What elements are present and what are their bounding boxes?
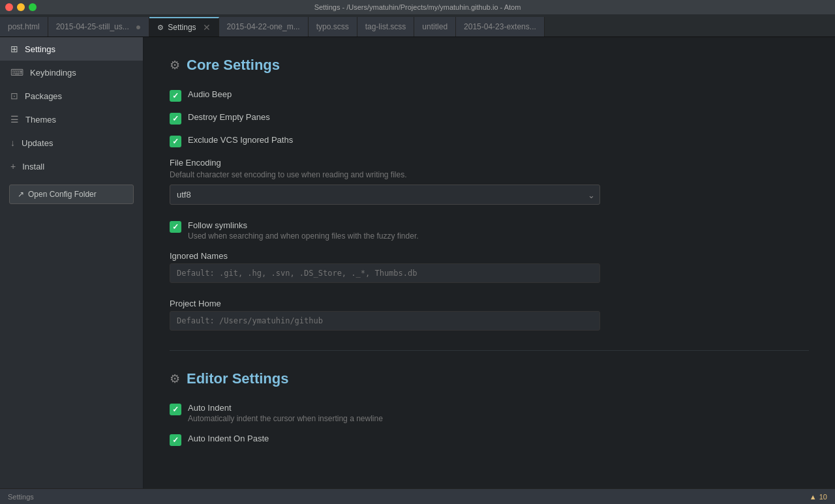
editor-settings-gear-icon: ⚙ [170,372,180,386]
auto-indent-paste-label: Auto Indent On Paste [188,434,269,443]
project-home-group: Project Home [170,299,809,331]
main-layout: ⊞ Settings ⌨ Keybindings ⊡ Packages ☰ Th… [0,37,835,488]
sidebar-item-label: Install [22,162,44,171]
core-settings-gear-icon: ⚙ [170,58,180,72]
open-folder-icon: ↗ [18,190,24,199]
tab-tag-list-scss[interactable]: tag-list.scss [357,17,415,37]
title-bar: Settings - /Users/ymatuhin/Projects/my/y… [0,0,835,14]
editor-settings-title: Editor Settings [187,370,288,387]
keybindings-icon: ⌨ [10,67,23,78]
audio-beep-row: Audio Beep [170,89,809,102]
tab-label: post.html [8,22,40,31]
tab-label: untitled [422,22,448,31]
sidebar-item-updates[interactable]: ↓ Updates [0,131,143,155]
settings-tab-icon: ⚙ [157,23,164,32]
exclude-vcs-checkbox[interactable] [170,136,181,147]
exclude-vcs-label: Exclude VCS Ignored Paths [188,135,293,145]
file-encoding-select-wrapper: utf8 utf16 latin1 ascii ⌄ [170,185,600,205]
warning-icon: ▲ [810,493,817,501]
status-text: Settings [8,493,34,501]
tab-typo-scss[interactable]: typo.scss [309,17,357,37]
window-controls [5,3,37,11]
tab-2015-04-23[interactable]: 2015-04-23-extens... [456,17,545,37]
tab-modified-dot: ● [136,22,141,32]
destroy-empty-panes-label: Destroy Empty Panes [188,112,270,122]
sidebar-item-settings[interactable]: ⊞ Settings [0,37,143,61]
minimize-button[interactable] [17,3,25,11]
content-area[interactable]: ⚙ Core Settings Audio Beep Destroy Empty… [144,37,835,488]
file-encoding-group: File Encoding Default character set enco… [170,158,809,205]
follow-symlinks-checkbox[interactable] [170,221,181,233]
maximize-button[interactable] [29,3,37,11]
destroy-empty-panes-row: Destroy Empty Panes [170,112,809,125]
auto-indent-row: Auto Indent Automatically indent the cur… [170,403,809,423]
tab-close-button[interactable]: ✕ [203,22,211,33]
tab-bar: post.html 2015-04-25-still_us... ● ⚙ Set… [0,14,835,37]
settings-icon: ⊞ [10,44,18,54]
tab-label: 2015-04-25-still_us... [56,22,129,31]
tab-post-html[interactable]: post.html [0,17,48,37]
destroy-empty-panes-checkbox[interactable] [170,113,181,125]
file-encoding-label: File Encoding [170,158,809,168]
sidebar-item-themes[interactable]: ☰ Themes [0,108,143,131]
file-encoding-desc: Default character set encoding to use wh… [170,170,809,179]
follow-symlinks-desc: Used when searching and when opening fil… [188,231,419,241]
audio-beep-checkbox[interactable] [170,90,181,102]
core-settings-title: Core Settings [187,57,280,74]
updates-icon: ↓ [10,138,15,148]
audio-beep-label: Audio Beep [188,89,232,99]
status-warning: ▲ 10 [810,493,827,501]
tab-label: Settings [168,23,196,32]
exclude-vcs-row: Exclude VCS Ignored Paths [170,135,809,147]
ignored-names-label: Ignored Names [170,251,809,261]
section-divider [170,350,809,351]
editor-settings-header: ⚙ Editor Settings [170,370,809,387]
open-config-folder-button[interactable]: ↗ Open Config Folder [9,185,134,204]
open-config-btn-label: Open Config Folder [28,190,97,199]
sidebar-item-keybindings[interactable]: ⌨ Keybindings [0,61,143,84]
title-bar-text: Settings - /Users/ymatuhin/Projects/my/y… [314,3,521,11]
ignored-names-input[interactable] [170,263,600,283]
install-icon: + [10,161,16,171]
auto-indent-label: Auto Indent [188,403,383,413]
ignored-names-group: Ignored Names [170,251,809,283]
packages-icon: ⊡ [10,91,18,101]
sidebar-item-label: Themes [25,115,56,125]
follow-symlinks-text: Follow symlinks Used when searching and … [188,220,419,241]
project-home-input[interactable] [170,311,600,331]
close-button[interactable] [5,3,13,11]
tab-2015-04-22[interactable]: 2015-04-22-one_m... [219,17,309,37]
tab-untitled[interactable]: untitled [414,17,456,37]
themes-icon: ☰ [10,114,19,125]
tab-label: tag-list.scss [365,22,406,31]
tab-label: 2015-04-22-one_m... [227,22,300,31]
auto-indent-desc: Automatically indent the cursor when ins… [188,414,383,423]
project-home-label: Project Home [170,299,809,308]
tab-label: 2015-04-23-extens... [464,22,536,31]
sidebar-item-label: Keybindings [30,68,76,78]
sidebar-item-packages[interactable]: ⊡ Packages [0,84,143,108]
sidebar-item-install[interactable]: + Install [0,155,143,178]
auto-indent-text: Auto Indent Automatically indent the cur… [188,403,383,423]
sidebar: ⊞ Settings ⌨ Keybindings ⊡ Packages ☰ Th… [0,37,144,488]
sidebar-item-label: Settings [25,44,55,54]
warning-count: 10 [819,493,827,501]
follow-symlinks-row: Follow symlinks Used when searching and … [170,220,809,241]
follow-symlinks-label: Follow symlinks [188,220,419,230]
tab-label: typo.scss [316,22,349,31]
sidebar-item-label: Packages [25,91,62,101]
status-bar: Settings ▲ 10 [0,488,835,504]
tab-2015-04-25[interactable]: 2015-04-25-still_us... ● [48,17,150,37]
auto-indent-paste-row: Auto Indent On Paste [170,434,809,446]
sidebar-item-label: Updates [22,138,53,148]
file-encoding-select[interactable]: utf8 utf16 latin1 ascii [170,185,600,205]
auto-indent-checkbox[interactable] [170,404,181,415]
tab-settings[interactable]: ⚙ Settings ✕ [149,17,219,37]
auto-indent-paste-checkbox[interactable] [170,434,181,446]
core-settings-header: ⚙ Core Settings [170,57,809,74]
